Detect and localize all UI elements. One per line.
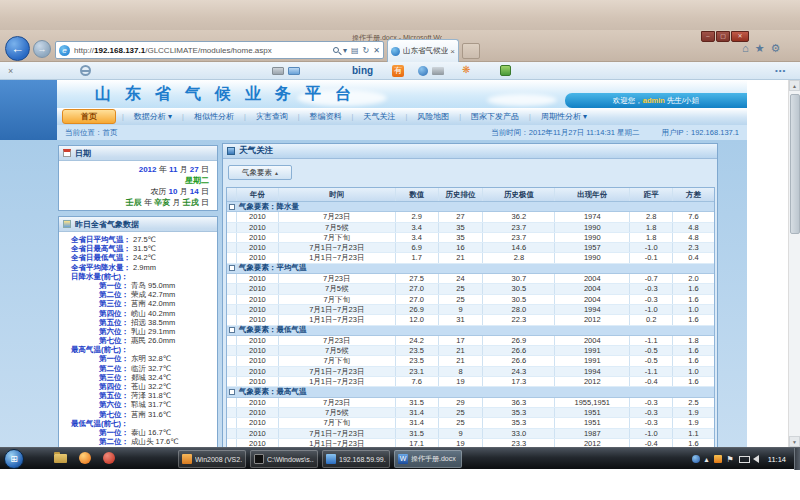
- table-row[interactable]: 20107月1日~7月23日6.91614.61957-1.02.3: [227, 243, 714, 253]
- column-header[interactable]: 方差: [673, 188, 714, 201]
- back-button[interactable]: ←: [5, 36, 30, 61]
- table-row[interactable]: 20107月5候3.43523.719901.84.8: [227, 223, 714, 233]
- table-row[interactable]: 20107月1日~7月23日23.1824.31994-1.11.0: [227, 367, 714, 377]
- group-row[interactable]: 气象要素：最低气温: [227, 326, 714, 336]
- search-dropdown-icon[interactable]: ▾: [343, 46, 347, 55]
- scroll-up-icon[interactable]: ▲: [789, 80, 800, 91]
- column-header[interactable]: 年份: [237, 188, 279, 201]
- refresh-icon[interactable]: ↻: [363, 46, 370, 55]
- tray-app-icon[interactable]: [692, 455, 700, 463]
- table-row[interactable]: 20107月5候23.52126.61991-0.51.6: [227, 346, 714, 356]
- table-row[interactable]: 20107月1日~7月23日31.5933.01987-1.01.1: [227, 429, 714, 439]
- url-text[interactable]: http://192.168.137.1/GLCCLIMATE/modules/…: [74, 46, 329, 55]
- minimize-icon[interactable]: –: [701, 31, 715, 42]
- table-row[interactable]: 20101月1日~7月23日1.7212.81990-0.10.4: [227, 253, 714, 263]
- card-icon[interactable]: [272, 67, 284, 75]
- column-header[interactable]: 数值: [396, 188, 439, 201]
- menu-item-5[interactable]: 天气关注: [353, 111, 405, 122]
- search-app-icon[interactable]: 有: [392, 65, 404, 77]
- taskbar-button-2[interactable]: 192.168.59.99...: [322, 450, 390, 468]
- scrollbar[interactable]: ▲ ▼: [788, 80, 800, 447]
- action-center-flag-icon[interactable]: ⚑: [727, 455, 734, 464]
- forward-button[interactable]: →: [33, 40, 51, 58]
- opera-icon[interactable]: [103, 452, 115, 464]
- element-filter-button[interactable]: 气象要素▴: [228, 165, 292, 180]
- table-row[interactable]: 20107月1日~7月23日26.9928.01994-1.01.0: [227, 305, 714, 315]
- firefox-icon[interactable]: [79, 452, 91, 464]
- compatibility-icon[interactable]: ▤: [351, 46, 359, 55]
- menu-item-3[interactable]: 灾害查询: [246, 111, 298, 122]
- plugin-icon[interactable]: [500, 65, 511, 76]
- gear-icon[interactable]: ⚙: [771, 42, 781, 55]
- address-bar[interactable]: e http://192.168.137.1/GLCCLIMATE/module…: [55, 41, 384, 59]
- menu-item-4[interactable]: 整编资料: [300, 111, 352, 122]
- menu-item-1[interactable]: 数据分析 ▾: [124, 111, 182, 122]
- taskbar-clock[interactable]: 11:14: [768, 455, 786, 464]
- table-row[interactable]: 20107月5候27.02530.52004-0.31.6: [227, 284, 714, 294]
- bing-logo[interactable]: bing: [352, 65, 373, 76]
- table-row[interactable]: 20101月1日~7月23日12.03122.320120.21.6: [227, 315, 714, 325]
- folder-icon[interactable]: [54, 454, 67, 463]
- table-row[interactable]: 20107月23日27.52430.72004-0.72.0: [227, 274, 714, 284]
- media-icon[interactable]: [418, 66, 428, 76]
- more-icon[interactable]: •••: [775, 66, 786, 75]
- group-row[interactable]: 气象要素：平均气温: [227, 264, 714, 274]
- taskbar-button-0[interactable]: Win2008 (VS2...: [178, 450, 246, 468]
- table-row[interactable]: 20107月23日24.21726.92004-1.11.8: [227, 336, 714, 346]
- table-cell: 2010: [237, 223, 279, 232]
- start-button[interactable]: ⊞: [4, 449, 24, 469]
- volume-icon[interactable]: [753, 455, 759, 463]
- table-cell: 2010: [237, 408, 279, 417]
- paw-plugin-icon[interactable]: ❋: [462, 64, 470, 75]
- table-cell: 2010: [237, 356, 279, 365]
- column-header[interactable]: 历史极值: [483, 188, 555, 201]
- group-checkbox-icon[interactable]: [229, 265, 235, 271]
- menu-item-6[interactable]: 风险地图: [407, 111, 459, 122]
- column-header[interactable]: 出现年份: [555, 188, 630, 201]
- table-row[interactable]: 20107月下旬23.52126.61991-0.51.6: [227, 356, 714, 366]
- network-icon[interactable]: [739, 455, 748, 463]
- search-icon[interactable]: [333, 47, 339, 53]
- table-row[interactable]: 20107月下旬3.43523.719901.84.8: [227, 233, 714, 243]
- menu-item-8[interactable]: 周期性分析 ▾: [531, 111, 597, 122]
- tab-close-icon[interactable]: ×: [450, 47, 455, 56]
- stop-icon[interactable]: ✕: [373, 46, 380, 55]
- menu-item-0[interactable]: 首页: [62, 109, 116, 124]
- show-desktop-button[interactable]: [794, 448, 800, 470]
- menu-item-2[interactable]: 相似性分析: [184, 111, 244, 122]
- group-row[interactable]: 气象要素：降水量: [227, 202, 714, 212]
- table-row[interactable]: 20107月下旬27.02530.52004-0.31.6: [227, 295, 714, 305]
- new-tab-button[interactable]: [462, 43, 480, 59]
- scroll-down-icon[interactable]: ▼: [789, 436, 800, 447]
- group-row[interactable]: 气象要素：最高气温: [227, 387, 714, 397]
- toolbar-close-icon[interactable]: ×: [8, 66, 13, 76]
- favorites-star-icon[interactable]: ★: [755, 42, 765, 55]
- home-icon[interactable]: ⌂: [742, 42, 749, 55]
- table-row[interactable]: 20101月1日~7月23日7.61917.32012-0.41.6: [227, 377, 714, 387]
- tray-warning-icon[interactable]: [714, 455, 722, 463]
- group-checkbox-icon[interactable]: [229, 389, 235, 395]
- table-cell: 17: [439, 336, 484, 345]
- table-row[interactable]: 20107月5候31.42535.31951-0.31.9: [227, 408, 714, 418]
- menu-item-7[interactable]: 国家下发产品: [461, 111, 529, 122]
- column-header[interactable]: 时间: [279, 188, 396, 201]
- column-header[interactable]: 距平: [630, 188, 673, 201]
- group-checkbox-icon[interactable]: [229, 204, 235, 210]
- taskbar-button-1[interactable]: C:\Windows\s...: [250, 450, 318, 468]
- table-cell: 19: [439, 377, 484, 386]
- column-header[interactable]: 历史排位: [439, 188, 484, 201]
- table-row[interactable]: 20101月1日~7月23日17.11923.32012-0.41.6: [227, 439, 714, 447]
- group-checkbox-icon[interactable]: [229, 327, 235, 333]
- camera-icon[interactable]: [432, 67, 444, 75]
- taskbar-button-3[interactable]: W操作手册.docx ...: [394, 450, 462, 468]
- browser-tab[interactable]: 山东省气候业务平... ×: [387, 39, 459, 62]
- table-row[interactable]: 20107月23日31.52936.31955,1951-0.32.5: [227, 398, 714, 408]
- scrollbar-thumb[interactable]: [790, 94, 800, 234]
- maximize-icon[interactable]: ▢: [716, 31, 730, 42]
- close-icon[interactable]: ✕: [731, 31, 749, 42]
- hidden-icons-arrow[interactable]: ▴: [705, 455, 709, 464]
- blocked-plugin-icon[interactable]: [80, 65, 91, 76]
- table-row[interactable]: 20107月下旬31.42535.31951-0.31.9: [227, 418, 714, 428]
- table-row[interactable]: 20107月23日2.92736.219742.87.6: [227, 212, 714, 222]
- mail-icon[interactable]: [288, 67, 300, 75]
